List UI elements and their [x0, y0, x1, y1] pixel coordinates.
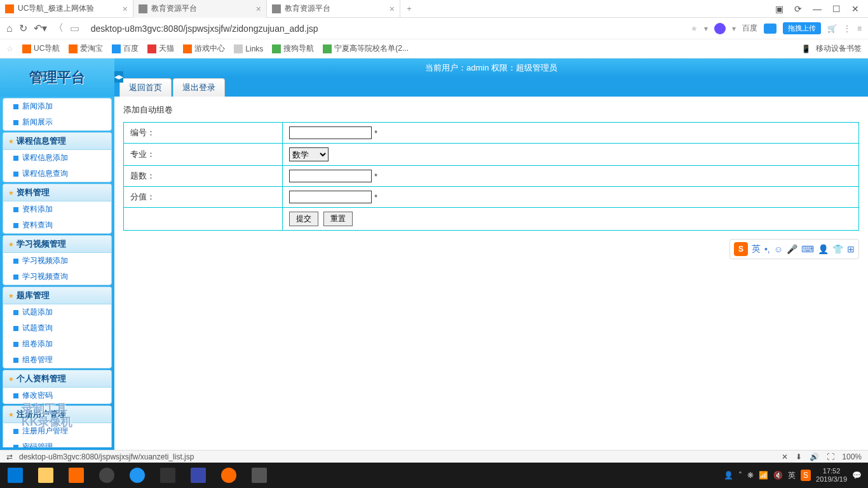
- window-close[interactable]: ✕: [850, 4, 860, 14]
- ime-mic-icon[interactable]: 🎤: [787, 244, 797, 254]
- bookmark-item[interactable]: 爱淘宝: [69, 43, 103, 54]
- new-tab-button[interactable]: +: [400, 4, 418, 13]
- dropdown-icon-2[interactable]: ▾: [732, 24, 736, 33]
- status-fullscreen-icon[interactable]: ⛶: [827, 452, 834, 461]
- sidebar-item[interactable]: 组卷管理: [3, 352, 111, 368]
- more-icon[interactable]: ⋮: [843, 24, 851, 33]
- sidebar-item[interactable]: 组卷添加: [3, 336, 111, 352]
- tray-person-icon[interactable]: 👤: [724, 471, 733, 480]
- sidebar-collapse-icon[interactable]: ◀▶: [114, 71, 123, 83]
- tab-close-icon[interactable]: ×: [390, 4, 395, 14]
- fenzhi-input[interactable]: [289, 191, 372, 203]
- favorite-icon[interactable]: ★: [691, 24, 698, 33]
- tray-clock[interactable]: 17:52 2019/3/19: [816, 467, 847, 484]
- cloud-icon[interactable]: [764, 24, 776, 34]
- panda-icon[interactable]: [714, 23, 726, 34]
- sidebar-item[interactable]: 资料添加: [3, 201, 111, 217]
- sidebar-scroll[interactable]: 新闻添加 新闻展示 ★课程信息管理 课程信息添加 课程信息查询 ★资料管理 资料…: [0, 97, 114, 447]
- zhuanye-select[interactable]: 数学: [289, 147, 329, 161]
- tray-up-icon[interactable]: ˄: [738, 471, 742, 480]
- start-button[interactable]: [0, 463, 31, 488]
- sidebar-item[interactable]: 修改密码: [3, 388, 111, 403]
- mobile-icon[interactable]: 📱: [801, 44, 811, 53]
- ime-toolbox-icon[interactable]: ⊞: [847, 244, 855, 254]
- taskbar-app-4[interactable]: [183, 463, 214, 488]
- ime-keyboard-icon[interactable]: ⌨: [801, 244, 814, 254]
- sidebar-item[interactable]: 课程信息添加: [3, 150, 111, 166]
- browser-tab-1[interactable]: 教育资源平台 ×: [133, 0, 267, 18]
- menu-group-header[interactable]: ★注册用户管理: [3, 406, 111, 423]
- mobile-bookmarks-label[interactable]: 移动设备书签: [816, 43, 862, 54]
- sidebar-item[interactable]: 资料查询: [3, 217, 111, 233]
- tab-home[interactable]: 返回首页: [119, 78, 172, 97]
- ime-skin-icon[interactable]: 👕: [832, 244, 843, 254]
- status-close-icon[interactable]: ✕: [782, 452, 788, 461]
- window-minimize[interactable]: —: [812, 4, 822, 14]
- sidebar-item[interactable]: 课程信息查询: [3, 166, 111, 182]
- browser-tab-0[interactable]: UC导航_极速上网体验 ×: [0, 0, 133, 18]
- tray-fan-icon[interactable]: ❋: [747, 471, 754, 480]
- sogou-icon[interactable]: S: [734, 242, 748, 256]
- refresh-icon[interactable]: ↻: [19, 22, 27, 34]
- sidebar-item[interactable]: 试题查询: [3, 320, 111, 336]
- tab-logout[interactable]: 退出登录: [173, 78, 225, 97]
- ime-person-icon[interactable]: 👤: [818, 244, 829, 254]
- window-btn-2[interactable]: ⟳: [793, 4, 803, 14]
- ime-punct-icon[interactable]: •,: [764, 244, 770, 254]
- menu-group-header[interactable]: ★学习视频管理: [3, 236, 111, 253]
- bookmark-item[interactable]: 游戏中心: [183, 43, 225, 54]
- menu-group-header[interactable]: ★资料管理: [3, 184, 111, 201]
- dropdown-icon[interactable]: ▾: [704, 24, 708, 33]
- taskbar-uc[interactable]: [61, 463, 92, 488]
- zoom-level[interactable]: 100%: [842, 452, 862, 461]
- taskbar-app-1[interactable]: [92, 463, 122, 488]
- menu-group-header[interactable]: ★课程信息管理: [3, 133, 111, 150]
- reset-button[interactable]: 重置: [323, 212, 353, 226]
- tishu-input[interactable]: [289, 170, 372, 182]
- sidebar-item-news-show[interactable]: 新闻展示: [3, 114, 111, 130]
- sidebar-item[interactable]: 学习视频查询: [3, 269, 111, 285]
- bookmark-item[interactable]: Links: [234, 44, 263, 53]
- star-icon[interactable]: ☆: [6, 44, 13, 53]
- cart-icon[interactable]: 🛒: [827, 24, 837, 33]
- sidebar-item[interactable]: 密码管理: [3, 439, 111, 447]
- sidebar-item[interactable]: 注册用户管理: [3, 423, 111, 439]
- window-maximize[interactable]: ☐: [831, 4, 841, 14]
- ime-lang[interactable]: 英: [752, 243, 761, 255]
- back-icon[interactable]: 〈: [53, 22, 64, 35]
- taskbar-app-3[interactable]: [153, 463, 183, 488]
- history-icon[interactable]: ↶▾: [34, 22, 47, 34]
- search-engine-label[interactable]: 百度: [742, 23, 757, 34]
- sidebar-item[interactable]: 试题添加: [3, 304, 111, 320]
- sidebar-item-news-add[interactable]: 新闻添加: [3, 98, 111, 114]
- sidebar-item[interactable]: 学习视频添加: [3, 253, 111, 269]
- menu-group-header[interactable]: ★个人资料管理: [3, 370, 111, 388]
- bookmark-item[interactable]: 天猫: [147, 43, 174, 54]
- bianhao-input[interactable]: [289, 126, 372, 139]
- status-download-icon[interactable]: ⬇: [796, 452, 802, 461]
- ime-emoji-icon[interactable]: ☺: [774, 244, 783, 254]
- bookmark-item[interactable]: 百度: [112, 43, 139, 54]
- tray-lang[interactable]: 英: [788, 470, 796, 481]
- bookmark-item[interactable]: 搜狗导航: [272, 43, 314, 54]
- tray-notifications-icon[interactable]: 💬: [852, 471, 862, 480]
- tray-volume-icon[interactable]: 🔇: [773, 471, 783, 480]
- tray-sogou-icon[interactable]: S: [801, 470, 811, 481]
- home-icon[interactable]: ⌂: [6, 23, 13, 34]
- menu-icon[interactable]: ≡: [857, 24, 862, 33]
- taskbar-app-2[interactable]: [122, 463, 153, 488]
- bookmark-item[interactable]: 宁夏高等院校名单(2...: [323, 43, 409, 54]
- tray-wifi-icon[interactable]: 📶: [759, 471, 768, 480]
- taskbar-app-6[interactable]: [244, 463, 275, 488]
- menu-group-header[interactable]: ★题库管理: [3, 287, 111, 304]
- taskbar-explorer[interactable]: [31, 463, 61, 488]
- submit-button[interactable]: 提交: [289, 212, 318, 226]
- taskbar-app-5[interactable]: [214, 463, 244, 488]
- browser-tab-2[interactable]: 教育资源平台 ×: [267, 0, 400, 18]
- bookmark-item[interactable]: UC导航: [22, 43, 60, 54]
- upload-button[interactable]: 拖拽上传: [783, 22, 821, 34]
- url-field[interactable]: desktop-u8m3gvc:8080/jspwsjxsjfw/zidongz…: [86, 24, 684, 34]
- ime-toolbar[interactable]: S 英 •, ☺ 🎤 ⌨ 👤 👕 ⊞: [729, 239, 859, 259]
- window-btn-1[interactable]: ▣: [774, 4, 784, 14]
- tab-close-icon[interactable]: ×: [123, 4, 128, 14]
